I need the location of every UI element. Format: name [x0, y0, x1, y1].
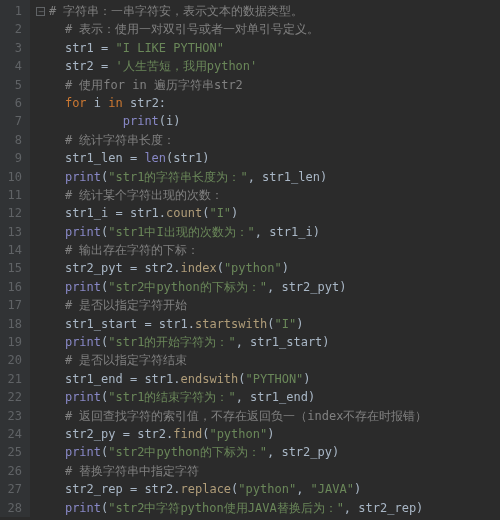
token-op: , [248, 170, 262, 184]
token-id: str1_i [65, 206, 116, 220]
token-c: # 输出存在字符的下标： [65, 243, 199, 257]
token-m: endswith [181, 372, 239, 386]
token-c: # 是否以指定字符开始 [65, 298, 187, 312]
token-op: ) [231, 206, 238, 220]
line-number: 25 [0, 443, 22, 461]
line-number: 23 [0, 407, 22, 425]
token-m: count [166, 206, 202, 220]
token-id: str2_pyt [281, 280, 339, 294]
line-number: 9 [0, 149, 22, 167]
code-line[interactable]: str1_len = len(str1) [36, 149, 427, 167]
token-c: # 替换字符串中指定字符 [65, 464, 199, 478]
code-line[interactable]: # 是否以指定字符结束 [36, 351, 427, 369]
code-line[interactable]: str2_py = str2.find("python") [36, 425, 427, 443]
code-line[interactable]: # 替换字符串中指定字符 [36, 462, 427, 480]
line-number: 15 [0, 259, 22, 277]
token-id: str1_end [250, 390, 308, 404]
token-fn: print [65, 170, 101, 184]
token-kw: for [65, 96, 94, 110]
token-c: # 使用for in 遍历字符串str2 [65, 78, 243, 92]
code-editor[interactable]: 1234567891011121314151617181920212223242… [0, 0, 500, 517]
token-s: "str1中I出现的次数为：" [108, 225, 255, 239]
token-op: ( [159, 114, 166, 128]
token-id: str1 [173, 151, 202, 165]
line-number: 7 [0, 112, 22, 130]
token-s: "python" [238, 482, 296, 496]
line-number: 5 [0, 76, 22, 94]
code-line[interactable]: print("str1的开始字符为：", str1_start) [36, 333, 427, 351]
token-s: "I LIKE PYTHON" [115, 41, 223, 55]
line-number: 28 [0, 499, 22, 517]
code-line[interactable]: # 表示：使用一对双引号或者一对单引号定义。 [36, 20, 427, 38]
token-s: "str2中python的下标为：" [108, 280, 267, 294]
token-s: "PYTHON" [246, 372, 304, 386]
token-c: # 返回查找字符的索引值，不存在返回负一（index不存在时报错） [65, 409, 428, 423]
token-id: str1_len [65, 151, 130, 165]
token-fn: print [65, 225, 101, 239]
line-number: 14 [0, 241, 22, 259]
token-op: , [236, 390, 250, 404]
code-line[interactable]: str1_end = str1.endswith("PYTHON") [36, 370, 427, 388]
fold-icon[interactable] [36, 7, 45, 16]
line-number: 13 [0, 223, 22, 241]
token-op: = [130, 482, 144, 496]
token-op: : [159, 96, 166, 110]
code-line[interactable]: # 输出存在字符的下标： [36, 241, 427, 259]
token-c: # 统计某个字符出现的次数： [65, 188, 223, 202]
token-op: ) [322, 335, 329, 349]
code-line[interactable]: str1_start = str1.startswith("I") [36, 315, 427, 333]
token-op: ) [282, 261, 289, 275]
code-line[interactable]: print(i) [36, 112, 427, 130]
code-line[interactable]: print("str2中python的下标为：", str2_pyt) [36, 278, 427, 296]
line-number: 2 [0, 20, 22, 38]
token-op: = [130, 372, 144, 386]
token-c: # 是否以指定字符结束 [65, 353, 187, 367]
token-op: , [236, 335, 250, 349]
token-op: ( [238, 372, 245, 386]
line-number: 21 [0, 370, 22, 388]
code-line[interactable]: # 统计字符串长度： [36, 131, 427, 149]
token-m: index [181, 261, 217, 275]
token-id: str1_end [65, 372, 130, 386]
code-line[interactable]: print("str2中python的下标为：", str2_py) [36, 443, 427, 461]
token-c: # 字符串：一串字符安，表示文本的数据类型。 [49, 4, 303, 18]
token-id: str2_py [281, 445, 332, 459]
token-id: str2. [137, 427, 173, 441]
token-op: = [101, 41, 115, 55]
token-op: = [115, 206, 129, 220]
code-line[interactable]: str1 = "I LIKE PYTHON" [36, 39, 427, 57]
line-number: 19 [0, 333, 22, 351]
line-number: 16 [0, 278, 22, 296]
token-s: "str1的结束字符为：" [108, 390, 235, 404]
code-line[interactable]: for i in str2: [36, 94, 427, 112]
code-line[interactable]: # 返回查找字符的索引值，不存在返回负一（index不存在时报错） [36, 407, 427, 425]
code-line[interactable]: str2_pyt = str2.index("python") [36, 259, 427, 277]
token-fn: print [65, 280, 101, 294]
line-number-gutter: 1234567891011121314151617181920212223242… [0, 0, 30, 517]
code-line[interactable]: print("str1的字符串长度为：", str1_len) [36, 168, 427, 186]
code-line[interactable]: # 字符串：一串字符安，表示文本的数据类型。 [36, 2, 427, 20]
token-op: ) [308, 390, 315, 404]
line-number: 6 [0, 94, 22, 112]
token-fn: print [65, 501, 101, 515]
token-kw: in [108, 96, 130, 110]
token-id: str1_start [250, 335, 322, 349]
code-line[interactable]: # 是否以指定字符开始 [36, 296, 427, 314]
token-op: ) [303, 372, 310, 386]
token-op: ) [332, 445, 339, 459]
code-line[interactable]: str1_i = str1.count("I") [36, 204, 427, 222]
token-op: = [144, 317, 158, 331]
code-line[interactable]: str2_rep = str2.replace("python", "JAVA"… [36, 480, 427, 498]
code-line[interactable]: print("str1中I出现的次数为：", str1_i) [36, 223, 427, 241]
code-area[interactable]: # 字符串：一串字符安，表示文本的数据类型。 # 表示：使用一对双引号或者一对单… [30, 0, 427, 517]
token-id: str1. [130, 206, 166, 220]
token-op: = [130, 261, 144, 275]
code-line[interactable]: # 使用for in 遍历字符串str2 [36, 76, 427, 94]
code-line[interactable]: str2 = '人生苦短，我用python' [36, 57, 427, 75]
line-number: 18 [0, 315, 22, 333]
code-line[interactable]: print("str2中字符python使用JAVA替换后为：", str2_r… [36, 499, 427, 517]
code-line[interactable]: print("str1的结束字符为：", str1_end) [36, 388, 427, 406]
code-line[interactable]: # 统计某个字符出现的次数： [36, 186, 427, 204]
line-number: 22 [0, 388, 22, 406]
token-op: ) [339, 280, 346, 294]
